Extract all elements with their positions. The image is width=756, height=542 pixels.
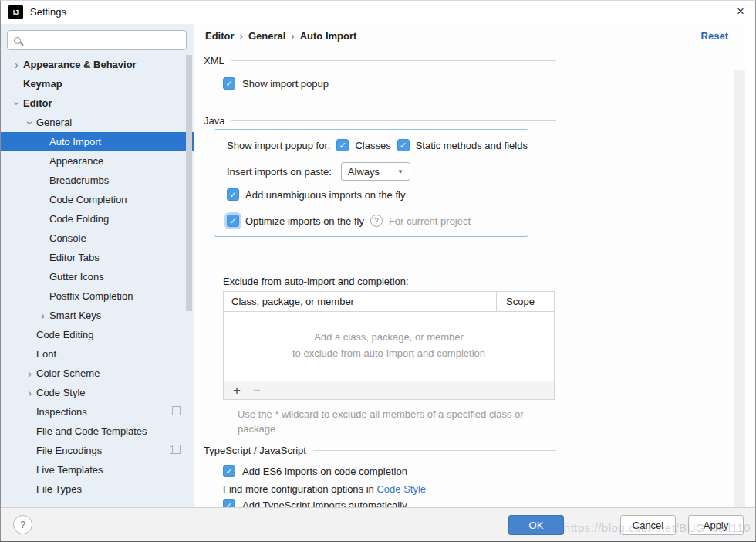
find-more-text: Find more configuration options in Code … xyxy=(223,483,426,495)
sidebar-item-inspections[interactable]: ›Inspections xyxy=(1,402,194,422)
sidebar-item-smart-keys[interactable]: ›Smart Keys xyxy=(1,306,194,325)
sidebar-item-label: Live Templates xyxy=(36,464,103,476)
sidebar-item-file-types[interactable]: ›File Types xyxy=(1,479,194,499)
classes-label: Classes xyxy=(355,140,390,151)
breadcrumb: Editor›General›Auto Import xyxy=(205,30,356,42)
settings-sidebar: ›Appearance & Behavior›Keymap›Editor›Gen… xyxy=(1,24,194,507)
apply-button[interactable]: Apply xyxy=(688,515,744,535)
sidebar-item-label: Breadcrumbs xyxy=(49,174,109,186)
help-button[interactable]: ? xyxy=(13,515,32,534)
sidebar-item-appearance[interactable]: ›Appearance xyxy=(1,151,194,171)
breadcrumb-general[interactable]: General xyxy=(248,30,285,42)
exclude-table-empty-state: Add a class, package, or member to exclu… xyxy=(224,329,554,361)
content-scrollbar-track[interactable] xyxy=(734,70,745,530)
settings-tree: ›Appearance & Behavior›Keymap›Editor›Gen… xyxy=(1,55,194,499)
sidebar-item-label: Console xyxy=(49,232,86,244)
classes-checkbox[interactable]: ✓ xyxy=(336,139,349,151)
chevron-down-icon: ▼ xyxy=(397,168,403,175)
unambiguous-imports-checkbox[interactable]: ✓ xyxy=(227,188,239,201)
sidebar-item-general[interactable]: ›General xyxy=(1,113,194,132)
settings-content: Editor›General›Auto Import Reset XML ✓ S… xyxy=(194,24,745,507)
breadcrumb-editor[interactable]: Editor xyxy=(205,30,235,42)
sidebar-item-editor[interactable]: ›Editor xyxy=(1,93,194,113)
sidebar-item-postfix-completion[interactable]: ›Postfix Completion xyxy=(1,286,194,306)
sidebar-item-font[interactable]: ›Font xyxy=(1,344,194,364)
insert-imports-dropdown[interactable]: Always ▼ xyxy=(341,162,410,181)
sidebar-item-label: Code Editing xyxy=(36,329,93,340)
static-methods-label: Static methods and fields xyxy=(416,140,528,151)
section-xml: XML xyxy=(204,55,556,66)
chevron-right-icon[interactable]: › xyxy=(23,368,36,380)
sidebar-item-file-and-code-templates[interactable]: ›File and Code Templates xyxy=(1,422,194,441)
copy-settings-icon xyxy=(170,446,177,454)
section-divider xyxy=(231,60,556,61)
sidebar-item-label: Appearance xyxy=(49,155,103,167)
unambiguous-imports-row: ✓ Add unambiguous imports on the fly xyxy=(227,188,405,201)
window-title: Settings xyxy=(30,6,66,18)
add-icon[interactable]: + xyxy=(233,383,241,398)
title-bar: IJ Settings × xyxy=(1,1,755,24)
chevron-right-icon[interactable]: › xyxy=(10,59,23,71)
sidebar-item-gutter-icons[interactable]: ›Gutter Icons xyxy=(1,267,194,286)
optimize-imports-row: ✓ Optimize imports on the fly ? For curr… xyxy=(227,215,471,227)
show-import-popup-checkbox[interactable]: ✓ xyxy=(223,77,235,90)
cancel-button[interactable]: Cancel xyxy=(620,515,676,535)
chevron-down-icon[interactable]: › xyxy=(24,116,36,129)
section-divider xyxy=(231,120,556,121)
show-import-popup-label: Show import popup xyxy=(242,78,329,90)
sidebar-item-label: Code Style xyxy=(36,387,86,398)
code-style-link[interactable]: Code Style xyxy=(376,483,426,495)
static-methods-checkbox[interactable]: ✓ xyxy=(397,139,410,151)
exclude-table[interactable]: Class, package, or member Scope Add a cl… xyxy=(223,291,555,381)
exclude-label: Exclude from auto-import and completion: xyxy=(223,276,409,287)
sidebar-item-code-style[interactable]: ›Code Style xyxy=(1,383,194,402)
sidebar-item-label: Code Completion xyxy=(49,194,127,205)
sidebar-item-console[interactable]: ›Console xyxy=(1,229,194,248)
insert-imports-value: Always xyxy=(348,166,380,178)
sidebar-item-code-completion[interactable]: ›Code Completion xyxy=(1,190,194,209)
search-input[interactable] xyxy=(7,30,187,50)
column-class-package-member[interactable]: Class, package, or member xyxy=(224,292,497,311)
sidebar-item-label: File Types xyxy=(36,483,82,495)
sidebar-item-breadcrumbs[interactable]: ›Breadcrumbs xyxy=(1,171,194,190)
intellij-logo-icon: IJ xyxy=(8,5,23,19)
chevron-down-icon[interactable]: › xyxy=(11,97,23,110)
settings-dialog: IJ Settings × ›Appearance & Behavior›Key… xyxy=(0,0,756,542)
exclude-table-header: Class, package, or member Scope xyxy=(224,292,554,312)
es6-imports-checkbox[interactable]: ✓ xyxy=(223,465,235,477)
search-icon xyxy=(14,37,21,44)
sidebar-item-keymap[interactable]: ›Keymap xyxy=(1,74,194,93)
sidebar-item-label: Editor Tabs xyxy=(49,252,100,263)
sidebar-item-label: Keymap xyxy=(23,78,62,90)
sidebar-item-appearance-behavior[interactable]: ›Appearance & Behavior xyxy=(1,55,194,74)
show-import-popup-row: ✓ Show import popup xyxy=(223,77,329,90)
reset-link[interactable]: Reset xyxy=(701,30,728,42)
sidebar-item-code-folding[interactable]: ›Code Folding xyxy=(1,209,194,229)
column-scope[interactable]: Scope xyxy=(497,296,535,307)
close-icon[interactable]: × xyxy=(737,4,744,19)
es6-imports-label: Add ES6 imports on code completion xyxy=(242,466,407,477)
show-popup-for-label: Show import popup for: xyxy=(227,140,330,151)
sidebar-item-color-scheme[interactable]: ›Color Scheme xyxy=(1,364,194,383)
ok-button[interactable]: OK xyxy=(508,515,564,535)
section-java-title: Java xyxy=(204,115,224,127)
sidebar-item-code-editing[interactable]: ›Code Editing xyxy=(1,325,194,344)
optimize-imports-label: Optimize imports on the fly xyxy=(245,215,364,227)
chevron-right-icon[interactable]: › xyxy=(36,310,49,322)
sidebar-item-label: File and Code Templates xyxy=(36,425,147,437)
sidebar-item-auto-import[interactable]: ›Auto Import xyxy=(1,132,194,151)
sidebar-scrollbar-thumb[interactable] xyxy=(186,55,192,311)
sidebar-item-editor-tabs[interactable]: ›Editor Tabs xyxy=(1,248,194,267)
wildcard-hint: Use the * wildcard to exclude all member… xyxy=(238,407,546,436)
chevron-right-icon[interactable]: › xyxy=(23,387,36,399)
sidebar-item-label: File Encodings xyxy=(36,445,102,456)
remove-icon: − xyxy=(253,383,261,398)
dialog-footer: ? OK Cancel Apply xyxy=(1,507,755,541)
sidebar-item-file-encodings[interactable]: ›File Encodings xyxy=(1,441,194,460)
es6-imports-row: ✓ Add ES6 imports on code completion xyxy=(223,465,407,477)
section-java: Java xyxy=(204,115,556,127)
sidebar-item-label: Gutter Icons xyxy=(49,271,104,283)
optimize-imports-checkbox[interactable]: ✓ xyxy=(227,215,239,227)
help-icon[interactable]: ? xyxy=(370,215,383,227)
sidebar-item-live-templates[interactable]: ›Live Templates xyxy=(1,460,194,479)
